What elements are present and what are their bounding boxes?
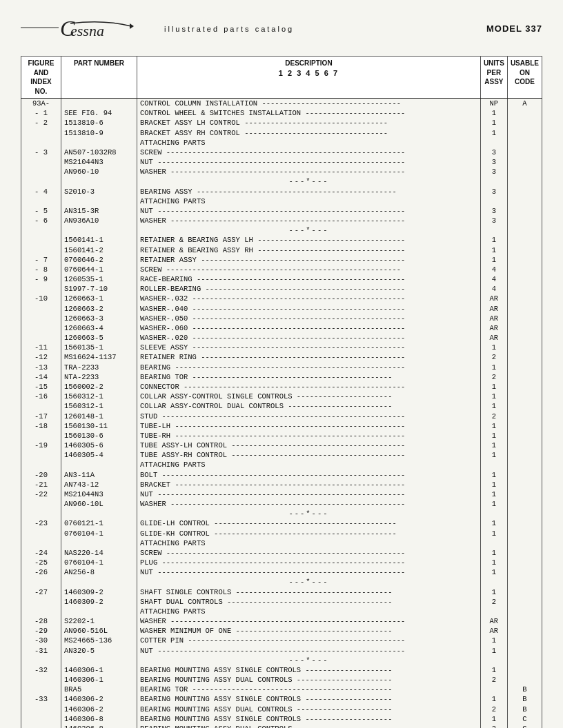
column-numbers: 1 2 3 4 5 6 7 xyxy=(279,69,339,77)
part-number-cell: S2202-1 xyxy=(61,616,137,626)
description-cell: RETAINER & BEARING ASSY RH -------------… xyxy=(137,245,481,255)
description-cell: ROLLER-BEARING -------------------------… xyxy=(137,284,481,294)
description-cell: BRACKET ASSY RH CONTROL ----------------… xyxy=(137,128,481,138)
part-number-cell: AN960-10L xyxy=(61,499,137,509)
table-row: ---*--- xyxy=(21,225,542,235)
units-cell: 1 xyxy=(480,489,507,499)
units-cell: 1 xyxy=(480,518,507,528)
description-cell: RETAINER RING --------------------------… xyxy=(137,352,481,362)
table-row: -20AN3-11ABOLT -------------------------… xyxy=(21,470,542,480)
description-cell: SLEEVE ASSY ----------------------------… xyxy=(137,343,481,352)
description-cell: BOLT -----------------------------------… xyxy=(137,470,481,480)
part-number-cell: 1560002-2 xyxy=(61,382,137,392)
figure-cell xyxy=(21,656,61,665)
table-row: -30MS24665-136COTTER PIN ---------------… xyxy=(21,636,542,645)
table-row: 1513810-9BRACKET ASSY RH CONTROL -------… xyxy=(21,128,542,138)
usable-code-cell xyxy=(507,216,542,225)
units-cell: 3 xyxy=(480,157,507,167)
figure-cell xyxy=(21,401,61,411)
units-cell: 1 xyxy=(480,421,507,431)
table-row: -22MS21044N3NUT ------------------------… xyxy=(21,489,542,499)
units-cell: AR xyxy=(480,626,507,636)
description-cell: BEARING ASSY ---------------------------… xyxy=(137,187,481,196)
logo-decoration: C essna xyxy=(21,14,159,43)
table-row: - 80760644-1 SCREW ---------------------… xyxy=(21,265,542,274)
units-cell: 1 xyxy=(480,235,507,245)
figure-cell xyxy=(21,685,61,694)
description-cell: BRACKET --------------------------------… xyxy=(137,480,481,489)
part-number-cell: MS24665-136 xyxy=(61,636,137,645)
units-cell: 1 xyxy=(480,529,507,538)
table-row: -28S2202-1WASHER -----------------------… xyxy=(21,616,542,626)
usable-code-cell xyxy=(507,157,542,167)
usable-code-cell: B xyxy=(507,685,542,694)
figure-cell xyxy=(21,323,61,333)
units-cell: 1 xyxy=(480,548,507,558)
usable-code-cell: B xyxy=(507,705,542,714)
description-cell: CONTROL WHEEL & SWITCHES INSTALLATION --… xyxy=(137,108,481,118)
figure-cell: 93A- xyxy=(21,99,61,109)
usable-code-cell xyxy=(507,392,542,401)
part-number-cell: 1460306-1 xyxy=(61,675,137,685)
page-header: C essna illustrated parts catalog MODEL … xyxy=(21,14,542,48)
description-cell: GLIDE-KH CONTROL -----------------------… xyxy=(137,529,481,538)
part-number-cell: AN256-8 xyxy=(61,567,137,577)
usable-code-cell xyxy=(507,587,542,597)
usable-code-cell xyxy=(507,138,542,148)
description-cell: BEARING MOUNTING ASSY SINGLE CONTROLS --… xyxy=(137,714,481,724)
part-number-cell xyxy=(61,460,137,469)
logo-area: C essna illustrated parts catalog xyxy=(21,14,294,43)
units-cell: 1 xyxy=(480,714,507,724)
description-cell: ---*--- xyxy=(137,509,481,518)
description-cell: CONTROL COLUMN INSTALLATION ------------… xyxy=(137,99,481,109)
figure-cell xyxy=(21,538,61,548)
units-cell: 2 xyxy=(480,675,507,685)
units-cell xyxy=(480,509,507,518)
figure-cell xyxy=(21,304,61,314)
description-cell: WASHER ---------------------------------… xyxy=(137,167,481,176)
table-row: ---*--- xyxy=(21,656,542,665)
figure-cell xyxy=(21,509,61,518)
part-number-cell: 1460306-8 xyxy=(61,724,137,728)
description-cell: WASHER ---------------------------------… xyxy=(137,499,481,509)
units-cell: 2 xyxy=(480,412,507,421)
table-row: -271460309-2SHAFT SINGLE CONTROLS ------… xyxy=(21,587,542,597)
usable-code-cell xyxy=(507,577,542,587)
table-row: -13TRA-2233BEARING ---------------------… xyxy=(21,363,542,372)
units-cell: 1 xyxy=(480,108,507,118)
description-cell: NUT ------------------------------------… xyxy=(137,157,481,167)
figure-cell: -30 xyxy=(21,636,61,645)
usable-code-cell xyxy=(507,245,542,255)
figure-cell xyxy=(21,675,61,685)
usable-code-cell xyxy=(507,294,542,303)
part-number-cell xyxy=(61,656,137,665)
usable-code-cell xyxy=(507,636,542,645)
units-cell: 3 xyxy=(480,148,507,157)
part-number-cell xyxy=(61,176,137,186)
units-cell: 3 xyxy=(480,187,507,196)
figure-cell: -23 xyxy=(21,518,61,528)
usable-code-cell: A xyxy=(507,99,542,109)
figure-cell xyxy=(21,138,61,148)
figure-cell: -12 xyxy=(21,352,61,362)
description-cell: ATTACHING PARTS xyxy=(137,538,481,548)
figure-cell xyxy=(21,705,61,714)
table-row: - 4S2010-3 BEARING ASSY ----------------… xyxy=(21,187,542,196)
table-row: -111560135-1SLEEVE ASSY ----------------… xyxy=(21,343,542,352)
table-row: - 91260535-1RACE-BEARING ---------------… xyxy=(21,274,542,284)
description-cell: NUT ------------------------------------… xyxy=(137,206,481,216)
table-row: 1460306-2BEARING MOUNTING ASSY DUAL CONT… xyxy=(21,705,542,714)
usable-code-cell xyxy=(507,333,542,343)
usable-code-cell xyxy=(507,128,542,138)
description-cell: WASHER-.040 ----------------------------… xyxy=(137,304,481,314)
figure-cell xyxy=(21,577,61,587)
usable-code-cell xyxy=(507,352,542,362)
units-cell: 1 xyxy=(480,382,507,392)
figure-cell xyxy=(21,196,61,206)
description-cell: ---*--- xyxy=(137,656,481,665)
table-row: -14NTA-2233BEARING TOR -----------------… xyxy=(21,372,542,382)
part-number-cell: 1560312-1 xyxy=(61,401,137,411)
col-header-usable: USABLEONCODE xyxy=(507,57,542,99)
usable-code-cell xyxy=(507,518,542,528)
units-cell: 2 xyxy=(480,352,507,362)
